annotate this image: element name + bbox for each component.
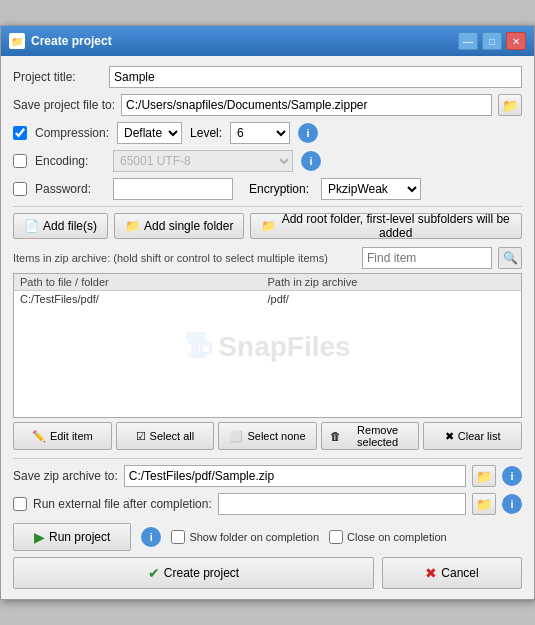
password-label: Password: xyxy=(35,182,105,196)
file-list-header: Path to file / folder Path in zip archiv… xyxy=(14,274,521,291)
save-project-input[interactable] xyxy=(121,94,492,116)
file-list-body: C:/TestFiles/pdf/ /pdf/ 🗜 SnapFiles xyxy=(14,291,521,401)
maximize-button[interactable]: □ xyxy=(482,32,502,50)
separator-2 xyxy=(13,458,522,459)
run-external-input[interactable] xyxy=(218,493,466,515)
remove-icon: 🗑 xyxy=(330,430,341,442)
run-info-button[interactable]: i xyxy=(141,527,161,547)
run-project-button[interactable]: ▶ Run project xyxy=(13,523,131,551)
edit-icon: ✏️ xyxy=(32,430,46,443)
add-single-folder-button[interactable]: 📁 Add single folder xyxy=(114,213,244,239)
folder-icon: 📁 xyxy=(502,98,518,113)
watermark-text: SnapFiles xyxy=(218,330,350,362)
add-files-icon: 📄 xyxy=(24,219,39,233)
title-bar-left: 📁 Create project xyxy=(9,33,112,49)
add-buttons-row: 📄 Add file(s) 📁 Add single folder 📁 Add … xyxy=(13,213,522,239)
clear-icon: ✖ xyxy=(445,430,454,443)
show-folder-label: Show folder on completion xyxy=(189,531,319,543)
select-none-icon: ⬜ xyxy=(229,430,243,443)
remove-selected-label: Remove selected xyxy=(345,424,411,448)
minimize-button[interactable]: — xyxy=(458,32,478,50)
add-root-folder-icon: 📁 xyxy=(261,219,276,233)
encoding-info-icon: i xyxy=(309,155,312,167)
run-external-info-button[interactable]: i xyxy=(502,494,522,514)
save-zip-input[interactable] xyxy=(124,465,466,487)
save-project-row: Save project file to: 📁 xyxy=(13,94,522,116)
close-on-completion-checkbox[interactable] xyxy=(329,530,343,544)
project-title-label: Project title: xyxy=(13,70,103,84)
show-folder-checkbox[interactable] xyxy=(171,530,185,544)
file-path-cell: C:/TestFiles/pdf/ xyxy=(20,293,268,305)
info-icon: i xyxy=(307,127,310,139)
run-options-row: ▶ Run project i Show folder on completio… xyxy=(13,523,522,551)
select-none-label: Select none xyxy=(247,430,305,442)
action-buttons-row: ✏️ Edit item ☑ Select all ⬜ Select none … xyxy=(13,422,522,450)
title-bar: 📁 Create project — □ ✕ xyxy=(1,26,534,56)
create-check-icon: ✔ xyxy=(148,565,160,581)
encryption-label: Encryption: xyxy=(249,182,309,196)
select-all-button[interactable]: ☑ Select all xyxy=(116,422,215,450)
add-root-folder-button[interactable]: 📁 Add root folder, first-level subfolder… xyxy=(250,213,522,239)
compression-info-button[interactable]: i xyxy=(298,123,318,143)
save-zip-folder-button[interactable]: 📁 xyxy=(472,465,496,487)
project-title-input[interactable] xyxy=(109,66,522,88)
run-external-row: Run external file after completion: 📁 i xyxy=(13,493,522,515)
remove-selected-button[interactable]: 🗑 Remove selected xyxy=(321,422,420,450)
save-zip-info-icon: i xyxy=(510,470,513,482)
col-zip-header: Path in zip archive xyxy=(268,276,516,288)
password-checkbox[interactable] xyxy=(13,182,27,196)
compression-label: Compression: xyxy=(35,126,109,140)
add-files-button[interactable]: 📄 Add file(s) xyxy=(13,213,108,239)
level-label: Level: xyxy=(190,126,222,140)
close-on-completion-option[interactable]: Close on completion xyxy=(329,530,447,544)
edit-item-button[interactable]: ✏️ Edit item xyxy=(13,422,112,450)
level-select[interactable]: 6 1234 5789 xyxy=(230,122,290,144)
show-folder-option[interactable]: Show folder on completion xyxy=(171,530,319,544)
run-icon: ▶ xyxy=(34,529,45,545)
compression-row: Compression: Deflate Stored Bzip2 LZMA L… xyxy=(13,122,522,144)
run-external-folder-button[interactable]: 📁 xyxy=(472,493,496,515)
search-button[interactable]: 🔍 xyxy=(498,247,522,269)
save-zip-folder-icon: 📁 xyxy=(476,469,492,484)
encoding-info-button[interactable]: i xyxy=(301,151,321,171)
search-row: Items in zip archive: (hold shift or con… xyxy=(13,247,522,269)
run-external-info-icon: i xyxy=(510,498,513,510)
select-all-icon: ☑ xyxy=(136,430,146,443)
select-none-button[interactable]: ⬜ Select none xyxy=(218,422,317,450)
add-single-folder-label: Add single folder xyxy=(144,219,233,233)
save-zip-info-button[interactable]: i xyxy=(502,466,522,486)
cancel-cross-icon: ✖ xyxy=(425,565,437,581)
watermark: 🗜 SnapFiles xyxy=(184,330,350,363)
cancel-label: Cancel xyxy=(441,566,478,580)
main-window: 📁 Create project — □ ✕ Project title: Sa… xyxy=(0,25,535,600)
add-files-label: Add file(s) xyxy=(43,219,97,233)
create-project-button[interactable]: ✔ Create project xyxy=(13,557,374,589)
col-path-header: Path to file / folder xyxy=(20,276,268,288)
compression-select[interactable]: Deflate Stored Bzip2 LZMA xyxy=(117,122,182,144)
window-icon: 📁 xyxy=(9,33,25,49)
save-project-folder-button[interactable]: 📁 xyxy=(498,94,522,116)
close-button[interactable]: ✕ xyxy=(506,32,526,50)
run-project-label: Run project xyxy=(49,530,110,544)
close-on-completion-label: Close on completion xyxy=(347,531,447,543)
clear-list-label: Clear list xyxy=(458,430,501,442)
file-list[interactable]: Path to file / folder Path in zip archiv… xyxy=(13,273,522,418)
run-external-folder-icon: 📁 xyxy=(476,497,492,512)
create-project-label: Create project xyxy=(164,566,239,580)
window-content: Project title: Save project file to: 📁 C… xyxy=(1,56,534,599)
final-buttons-row: ✔ Create project ✖ Cancel xyxy=(13,557,522,589)
title-bar-controls: — □ ✕ xyxy=(458,32,526,50)
search-icon: 🔍 xyxy=(503,251,518,265)
search-input[interactable] xyxy=(362,247,492,269)
run-external-checkbox[interactable] xyxy=(13,497,27,511)
table-row[interactable]: C:/TestFiles/pdf/ /pdf/ xyxy=(14,291,521,307)
compression-checkbox[interactable] xyxy=(13,126,27,140)
cancel-button[interactable]: ✖ Cancel xyxy=(382,557,522,589)
save-zip-row: Save zip archive to: 📁 i xyxy=(13,465,522,487)
password-input[interactable] xyxy=(113,178,233,200)
encryption-select[interactable]: PkzipWeak AES128 AES256 xyxy=(321,178,421,200)
clear-list-button[interactable]: ✖ Clear list xyxy=(423,422,522,450)
encoding-label: Encoding: xyxy=(35,154,105,168)
encoding-select[interactable]: 65001 UTF-8 xyxy=(113,150,293,172)
encoding-checkbox[interactable] xyxy=(13,154,27,168)
